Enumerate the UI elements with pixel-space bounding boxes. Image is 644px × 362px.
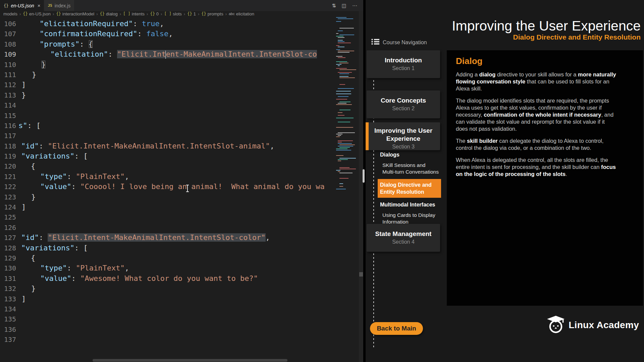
code-line[interactable]: 123} bbox=[0, 192, 335, 202]
code-line[interactable]: 107"confirmationRequired": false, bbox=[0, 29, 335, 39]
code-token: : bbox=[137, 29, 146, 38]
section-card-1[interactable]: IntroductionSection 1 bbox=[367, 50, 440, 78]
code-token: "Awesome! What color do you want to be?" bbox=[80, 274, 258, 283]
code-line[interactable]: 127"id": "Elicit.Intent-MakeAnimalIntent… bbox=[0, 233, 335, 243]
symbol-string-icon: abc bbox=[229, 12, 235, 16]
code-line[interactable]: 114 bbox=[0, 100, 335, 110]
breadcrumb-item-slots[interactable]: [ ]slots bbox=[164, 11, 181, 16]
open-changes-icon[interactable]: ⇅ bbox=[332, 3, 336, 8]
code-line[interactable]: 112] bbox=[0, 80, 335, 90]
minimap-line bbox=[338, 146, 353, 146]
code-line[interactable]: 133] bbox=[0, 294, 335, 304]
code-line[interactable]: 106"elicitationRequired": true, bbox=[0, 19, 335, 29]
code-line[interactable]: 135 bbox=[0, 314, 335, 324]
owl-logo-icon bbox=[547, 315, 565, 335]
symbol-object-icon: {} bbox=[100, 11, 105, 16]
code-token: , bbox=[160, 19, 164, 28]
code-token: , bbox=[270, 142, 274, 150]
code-token: s" bbox=[18, 121, 28, 130]
code-line[interactable]: 118"id": "Elicit.Intent-MakeAnimalIntent… bbox=[0, 141, 335, 151]
code-line[interactable]: 130"type": "PlainText", bbox=[0, 263, 335, 273]
lesson-item-1[interactable]: Dialogs bbox=[377, 152, 441, 158]
code-line[interactable]: 108"prompts": { bbox=[0, 39, 335, 49]
breadcrumb-item-elicitation[interactable]: abcelicitation bbox=[229, 11, 254, 16]
minimap-line bbox=[336, 136, 340, 137]
code-token: , bbox=[168, 29, 173, 38]
code-line[interactable]: 137 bbox=[0, 335, 335, 345]
code-text: "value": "Cooool! I love being an animal… bbox=[18, 182, 325, 192]
code-line[interactable]: 113} bbox=[0, 90, 335, 100]
code-line[interactable]: 126 bbox=[0, 223, 335, 233]
code-line[interactable]: 134 bbox=[0, 304, 335, 314]
code-line[interactable]: 116s": [ bbox=[0, 121, 335, 131]
section-subtitle: Section 1 bbox=[367, 65, 440, 71]
editor-scrollbar-handle[interactable] bbox=[359, 272, 363, 277]
breadcrumb-label: slots bbox=[173, 11, 182, 16]
breadcrumb-item-prompts[interactable]: {}prompts bbox=[201, 11, 223, 16]
lesson-item-2[interactable]: SKill Sessions and Multi-turn Conversati… bbox=[377, 162, 441, 175]
section-subtitle: Section 2 bbox=[367, 106, 440, 112]
breadcrumb-item-1[interactable]: {}1 bbox=[187, 11, 196, 16]
code-token: : [ bbox=[28, 121, 41, 130]
breadcrumb-item-0[interactable]: {}0 bbox=[150, 11, 159, 16]
minimap-line bbox=[338, 122, 350, 122]
code-line[interactable]: 136 bbox=[0, 324, 335, 335]
more-actions-icon[interactable]: ⋯ bbox=[352, 3, 357, 8]
line-number: 133 bbox=[0, 294, 16, 304]
minimap[interactable] bbox=[335, 16, 356, 194]
horizontal-scrollbar[interactable] bbox=[93, 359, 287, 362]
code-line[interactable]: 128"variations": [ bbox=[0, 243, 335, 253]
section-card-3[interactable]: Improving the User ExperienceSection 3 bbox=[367, 122, 440, 150]
breadcrumb-item-models[interactable]: models bbox=[3, 11, 17, 16]
code-line[interactable]: 110} bbox=[0, 60, 335, 70]
lesson-item-5[interactable]: Using Cards to Display Information bbox=[377, 212, 441, 225]
code-text: s": [ bbox=[18, 121, 41, 131]
symbol-array-icon: [ ] bbox=[123, 11, 130, 16]
code-line[interactable]: 119"variations": [ bbox=[0, 151, 335, 161]
code-line[interactable]: 125 bbox=[0, 212, 335, 222]
code-line[interactable]: 129{ bbox=[0, 253, 335, 263]
code-line[interactable]: 120{ bbox=[0, 161, 335, 171]
minimap-line bbox=[336, 91, 351, 92]
minimap-line bbox=[338, 37, 344, 38]
tab-index.js[interactable]: JSindex.js bbox=[44, 0, 74, 11]
code-token: : bbox=[133, 19, 142, 28]
symbol-object-icon: {} bbox=[187, 11, 192, 16]
code-token: } bbox=[31, 193, 36, 201]
breadcrumb-item-dialog[interactable]: {}dialog bbox=[100, 11, 118, 16]
code-text: "elicitation": "Elicit.Intent-MakeAnimal… bbox=[18, 49, 317, 59]
lesson-item-4[interactable]: Multimodal Interfaces bbox=[377, 201, 441, 208]
code-line[interactable]: 117 bbox=[0, 131, 335, 141]
back-to-main-button[interactable]: Back to Main bbox=[370, 322, 423, 335]
tab-close-icon[interactable]: × bbox=[38, 3, 41, 8]
breadcrumb-item-en-US.json[interactable]: {}en-US.json bbox=[23, 11, 51, 16]
list-icon[interactable] bbox=[371, 39, 379, 46]
tab-en-US.json[interactable]: {}en-US.json× bbox=[0, 0, 44, 11]
editor-tabs: {}en-US.json×JSindex.js bbox=[0, 0, 74, 11]
breadcrumb-label: interactionModel bbox=[62, 11, 94, 16]
code-line[interactable]: 121"type": "PlainText", bbox=[0, 172, 335, 182]
minimap-line bbox=[339, 102, 351, 102]
code-token: ] bbox=[21, 80, 26, 89]
code-line[interactable]: 124] bbox=[0, 202, 335, 212]
code-line[interactable]: 115 bbox=[0, 111, 335, 121]
line-number: 113 bbox=[0, 90, 16, 100]
minimap-line bbox=[338, 43, 351, 43]
panel-scrollbar-handle[interactable] bbox=[363, 169, 365, 183]
line-number: 127 bbox=[0, 233, 16, 243]
code-line[interactable]: 131"value": "Awesome! What color do you … bbox=[0, 274, 335, 284]
section-card-2[interactable]: Core ConceptsSection 2 bbox=[367, 90, 440, 118]
lesson-item-3[interactable]: Dialog Directive and Entity Resolution bbox=[378, 179, 441, 198]
code-line[interactable]: 132} bbox=[0, 284, 335, 294]
code-line[interactable]: 111} bbox=[0, 70, 335, 80]
mouse-cursor-ibeam bbox=[185, 185, 190, 193]
editor-scrollbar-track bbox=[359, 11, 363, 362]
split-editor-icon[interactable]: ◫ bbox=[342, 3, 346, 8]
minimap-line bbox=[336, 134, 342, 134]
breadcrumb-item-interactionModel[interactable]: {}interactionModel bbox=[56, 11, 94, 16]
code-editor-area[interactable]: 106"elicitationRequired": true,107"confi… bbox=[0, 16, 335, 362]
line-number: 132 bbox=[0, 284, 16, 294]
code-line[interactable]: 109"elicitation": "Elicit.Intent-MakeAni… bbox=[0, 49, 335, 59]
breadcrumb-item-intents[interactable]: [ ]intents bbox=[123, 11, 145, 16]
code-line[interactable]: 122"value": "Cooool! I love being an ani… bbox=[0, 182, 335, 192]
